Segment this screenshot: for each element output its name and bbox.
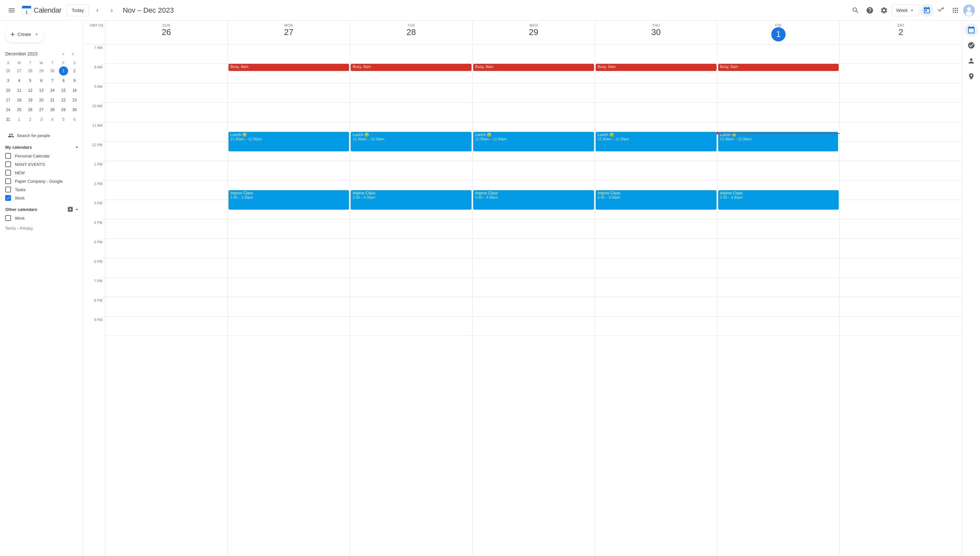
mini-day[interactable]: 28 xyxy=(26,66,35,76)
mini-day[interactable]: 24 xyxy=(3,105,13,115)
calendar-checkbox-new[interactable] xyxy=(5,170,11,176)
task-view-button[interactable] xyxy=(935,4,948,17)
mini-day[interactable]: 27 xyxy=(37,105,46,115)
settings-button[interactable] xyxy=(878,4,891,17)
mini-day[interactable]: 3 xyxy=(37,115,46,124)
mini-day[interactable]: 4 xyxy=(48,115,57,124)
day-header-mon[interactable]: MON27 xyxy=(228,21,350,44)
calendar-item-many[interactable]: MANY EVENTS xyxy=(0,160,82,168)
calendar-checkbox-personal[interactable] xyxy=(5,153,11,159)
mini-day[interactable]: 1 xyxy=(15,115,24,124)
day-column-0[interactable] xyxy=(105,44,228,556)
lunch-event[interactable]: Lunch 🤢11:30am – 12:30pm xyxy=(596,132,716,151)
mini-day[interactable]: 27 xyxy=(15,66,24,76)
right-check-icon[interactable] xyxy=(965,39,978,52)
day-header-wed[interactable]: WED29 xyxy=(472,21,595,44)
mini-day[interactable]: 13 xyxy=(37,86,46,95)
busy-event[interactable]: Busy, 8am xyxy=(228,64,349,71)
mini-day[interactable]: 21 xyxy=(48,95,57,105)
view-selector[interactable]: Week xyxy=(892,5,919,16)
mini-cal-next[interactable]: › xyxy=(68,49,78,58)
lunch-event[interactable]: Lunch 🤢11:30am – 12:30pm xyxy=(228,132,349,151)
search-button[interactable] xyxy=(849,4,862,17)
improv-event[interactable]: Improv Class2:30 – 3:30pm xyxy=(473,190,594,210)
improv-event[interactable]: Improv Class2:30 – 3:30pm xyxy=(596,190,716,210)
right-maps-icon[interactable] xyxy=(965,70,978,83)
apps-button[interactable] xyxy=(949,4,962,17)
day-column-3[interactable]: Busy, 8amLunch 🤢11:30am – 12:30pmImprov … xyxy=(472,44,595,556)
mini-day[interactable]: 20 xyxy=(37,95,46,105)
mini-day[interactable]: 28 xyxy=(48,105,57,115)
menu-button[interactable] xyxy=(5,4,18,17)
mini-day[interactable]: 12 xyxy=(26,86,35,95)
day-column-5[interactable]: Busy, 8amLunch 🤢11:30am – 12:30pmImprov … xyxy=(717,44,840,556)
mini-day[interactable]: 5 xyxy=(26,76,35,85)
today-button[interactable]: Today xyxy=(66,5,89,16)
day-header-sat[interactable]: SAT2 xyxy=(839,21,962,44)
calendar-item-new[interactable]: NEW xyxy=(0,168,82,177)
mini-day[interactable]: 6 xyxy=(37,76,46,85)
calendar-item-tasks[interactable]: Tasks xyxy=(0,185,82,194)
create-button[interactable]: + Create xyxy=(5,26,45,43)
mini-day[interactable]: 6 xyxy=(70,115,79,124)
mini-day[interactable]: 19 xyxy=(26,95,35,105)
mini-day[interactable]: 5 xyxy=(59,115,68,124)
calendar-checkbox-paper[interactable] xyxy=(5,178,11,184)
lunch-event[interactable]: Lunch 🤢11:30am – 12:30pm xyxy=(351,132,472,151)
mini-day[interactable]: 1 xyxy=(59,66,68,76)
calendar-view-button[interactable] xyxy=(920,4,933,17)
mini-day[interactable]: 2 xyxy=(26,115,35,124)
calendar-item-work[interactable]: Work xyxy=(0,194,82,202)
mini-day[interactable]: 14 xyxy=(48,86,57,95)
calendar-checkbox-tasks[interactable] xyxy=(5,187,11,192)
day-header-tue[interactable]: TUE28 xyxy=(350,21,472,44)
mini-day[interactable]: 23 xyxy=(70,95,79,105)
my-calendars-header[interactable]: My calendars xyxy=(0,142,82,152)
lunch-event[interactable]: Lunch 🤢11:30am – 12:30pm xyxy=(718,132,838,151)
day-header-fri[interactable]: FRI1 xyxy=(717,21,840,44)
mini-day[interactable]: 25 xyxy=(15,105,24,115)
mini-day[interactable]: 26 xyxy=(3,66,13,76)
mini-day[interactable]: 22 xyxy=(59,95,68,105)
calendar-checkbox-many[interactable] xyxy=(5,162,11,167)
mini-day[interactable]: 4 xyxy=(15,76,24,85)
right-calendar-icon[interactable] xyxy=(965,23,978,36)
other-calendars-header[interactable]: Other calendars xyxy=(0,205,82,214)
improv-event[interactable]: Improv Class2:30 – 3:30pm xyxy=(228,190,349,210)
improv-event[interactable]: Improv Class2:30 – 3:30pm xyxy=(351,190,472,210)
calendar-checkbox-work[interactable] xyxy=(5,195,11,201)
prev-button[interactable]: ‹ xyxy=(92,5,103,16)
day-header-thu[interactable]: THU30 xyxy=(595,21,717,44)
mini-day[interactable]: 26 xyxy=(26,105,35,115)
mini-day[interactable]: 15 xyxy=(59,86,68,95)
mini-day[interactable]: 3 xyxy=(3,76,13,85)
mini-day[interactable]: 30 xyxy=(48,66,57,76)
mini-day[interactable]: 9 xyxy=(70,76,79,85)
lunch-event[interactable]: Lunch 🤢11:30am – 12:30pm xyxy=(473,132,594,151)
mini-day[interactable]: 10 xyxy=(3,86,13,95)
privacy-link[interactable]: Privacy xyxy=(20,226,33,231)
terms-link[interactable]: Terms xyxy=(5,226,16,231)
mini-day[interactable]: 16 xyxy=(70,86,79,95)
mini-day[interactable]: 31 xyxy=(3,115,13,124)
calendar-item-personal[interactable]: Personal Calendar xyxy=(0,152,82,160)
search-people-button[interactable]: Search for people xyxy=(3,129,80,141)
right-person-icon[interactable] xyxy=(965,55,978,67)
day-column-1[interactable]: Busy, 8amLunch 🤢11:30am – 12:30pmImprov … xyxy=(228,44,350,556)
day-column-2[interactable]: Busy, 8amLunch 🤢11:30am – 12:30pmImprov … xyxy=(350,44,472,556)
mini-day[interactable]: 17 xyxy=(3,95,13,105)
busy-event[interactable]: Busy, 8am xyxy=(718,64,839,71)
day-header-sun[interactable]: SUN26 xyxy=(105,21,228,44)
busy-event[interactable]: Busy, 8am xyxy=(351,64,472,71)
other-calendar-checkbox-other-work[interactable] xyxy=(5,215,11,221)
mini-day[interactable]: 11 xyxy=(15,86,24,95)
mini-cal-prev[interactable]: ‹ xyxy=(59,49,68,58)
day-column-6[interactable] xyxy=(839,44,962,556)
busy-event[interactable]: Busy, 8am xyxy=(473,64,594,71)
other-calendar-item-other-work[interactable]: Work xyxy=(0,214,82,222)
mini-day[interactable]: 7 xyxy=(48,76,57,85)
busy-event[interactable]: Busy, 8am xyxy=(596,64,716,71)
mini-day[interactable]: 8 xyxy=(59,76,68,85)
mini-day[interactable]: 18 xyxy=(15,95,24,105)
calendar-item-paper[interactable]: Paper Company - Google xyxy=(0,177,82,185)
